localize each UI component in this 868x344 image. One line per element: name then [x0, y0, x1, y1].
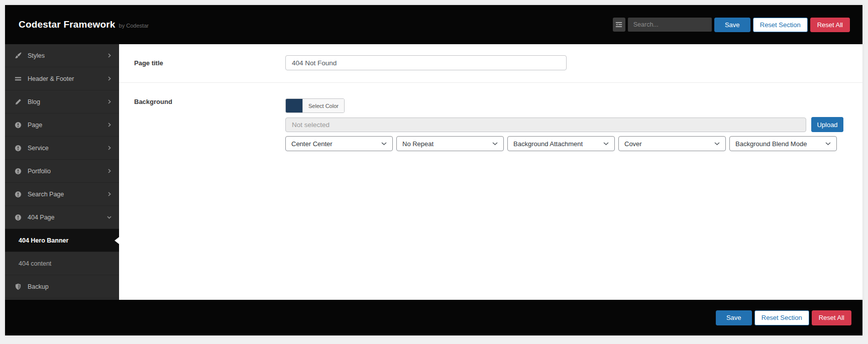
chevron-down-icon: [492, 142, 498, 146]
field-label-page-title: Page title: [119, 44, 285, 82]
chevron-right-icon: [107, 169, 112, 173]
footer-bar: Save Reset Section Reset All: [5, 300, 862, 335]
main-area: Styles Header & Footer Blog Page Ser: [5, 44, 862, 300]
top-bar: Codestar Framework by Codestar Save Rese…: [5, 5, 862, 44]
background-color-picker[interactable]: Select Color: [285, 98, 345, 113]
field-label-background: Background: [119, 83, 285, 163]
pencil-icon: [14, 98, 22, 106]
footer-reset-all-button[interactable]: Reset All: [812, 310, 851, 325]
brush-icon: [14, 52, 22, 60]
app-title: Codestar Framework: [19, 19, 116, 30]
brand: Codestar Framework by Codestar: [19, 19, 149, 30]
background-repeat-select[interactable]: No Repeat: [396, 136, 504, 151]
footer-reset-section-button[interactable]: Reset Section: [754, 310, 809, 325]
sidebar-item-404-hero-banner[interactable]: 404 Hero Banner: [5, 229, 119, 252]
exclamation-circle-icon: [14, 190, 22, 198]
reset-all-button[interactable]: Reset All: [810, 18, 850, 32]
background-image-field: Upload: [285, 117, 843, 132]
search-input[interactable]: [628, 18, 712, 32]
collapse-sidebar-button[interactable]: [613, 18, 625, 32]
chevron-right-icon: [107, 192, 112, 196]
sidebar-item-search-page[interactable]: Search Page: [5, 183, 119, 206]
sidebar-item-blog[interactable]: Blog: [5, 90, 119, 113]
chevron-right-icon: [107, 76, 112, 81]
chevron-down-icon: [825, 142, 831, 146]
sidebar-item-backup[interactable]: Backup: [5, 275, 119, 298]
background-position-select[interactable]: Center Center: [285, 136, 393, 151]
codestar-framework-window: Codestar Framework by Codestar Save Rese…: [5, 5, 862, 335]
exclamation-circle-icon: [14, 144, 22, 152]
app-byline: by Codestar: [119, 23, 149, 29]
sidebar-item-styles[interactable]: Styles: [5, 44, 119, 67]
chevron-right-icon: [107, 146, 112, 150]
page-title-input[interactable]: [285, 55, 567, 70]
background-blend-mode-select[interactable]: Background Blend Mode: [729, 136, 837, 151]
chevron-down-icon: [107, 215, 112, 219]
exclamation-circle-icon: [14, 167, 22, 175]
chevron-down-icon: [603, 142, 609, 146]
color-swatch[interactable]: [286, 99, 302, 112]
chevron-down-icon: [714, 142, 720, 146]
section-404-hero-banner-panel: Page title Background Select Color: [119, 44, 862, 300]
chevron-down-icon: [381, 142, 387, 146]
background-size-select[interactable]: Cover: [618, 136, 726, 151]
exclamation-circle-icon: [14, 121, 22, 129]
field-row-page-title: Page title: [119, 44, 862, 83]
chevron-right-icon: [107, 53, 112, 58]
exclamation-circle-icon: [14, 213, 22, 221]
sidebar-item-page[interactable]: Page: [5, 113, 119, 137]
background-attachment-select[interactable]: Background Attachment: [507, 136, 615, 151]
sidebar-item-service[interactable]: Service: [5, 137, 119, 160]
save-button[interactable]: Save: [714, 18, 750, 32]
background-options-row: Center Center No Repeat Background Attac…: [285, 136, 843, 151]
reset-section-button[interactable]: Reset Section: [753, 18, 808, 32]
sidebar-item-404-page[interactable]: 404 Page: [5, 206, 119, 229]
field-row-background: Background Select Color Upload: [119, 83, 862, 163]
sidebar-item-404-content[interactable]: 404 content: [5, 252, 119, 275]
top-bar-actions: Save Reset Section Reset All: [613, 18, 850, 32]
upload-button[interactable]: Upload: [811, 117, 843, 132]
sidebar-item-header-footer[interactable]: Header & Footer: [5, 67, 119, 90]
sidebar-item-portfolio[interactable]: Portfolio: [5, 160, 119, 183]
chevron-right-icon: [107, 99, 112, 104]
footer-save-button[interactable]: Save: [716, 310, 752, 325]
outdent-icon: [615, 21, 622, 28]
sidebar: Styles Header & Footer Blog Page Ser: [5, 44, 119, 300]
background-image-url-input[interactable]: [285, 118, 806, 132]
bars-icon: [14, 75, 22, 83]
select-color-button[interactable]: Select Color: [302, 99, 344, 112]
shield-icon: [14, 283, 22, 291]
chevron-right-icon: [107, 123, 112, 127]
